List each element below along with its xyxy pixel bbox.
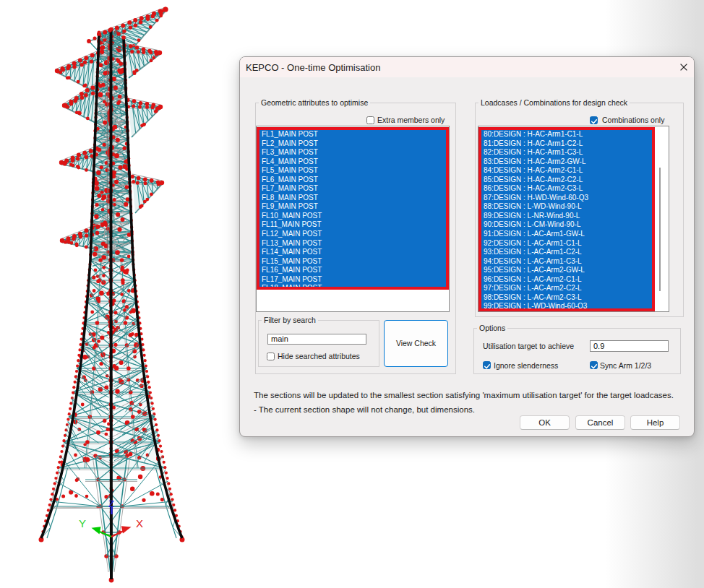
svg-text:X: X [136, 517, 143, 529]
svg-text:Y: Y [79, 517, 86, 529]
svg-text:Z: Z [108, 498, 114, 509]
